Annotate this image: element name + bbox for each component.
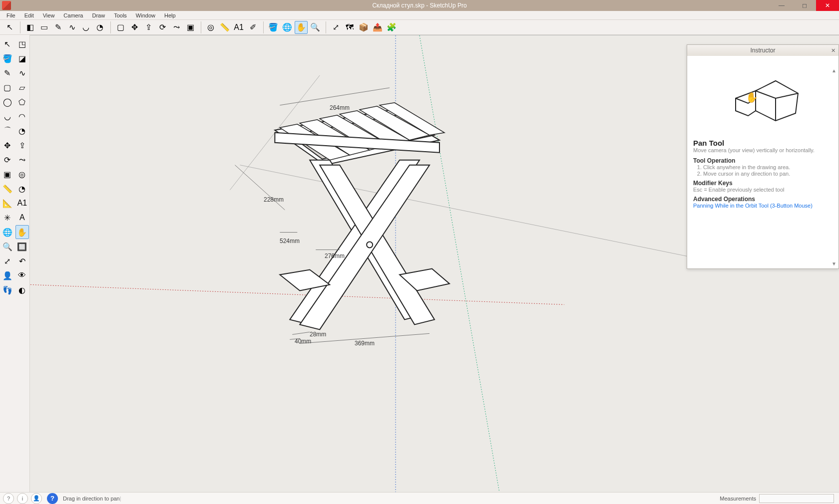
menu-help[interactable]: Help (160, 12, 180, 18)
window-title: Складной стул.skp - SketchUp Pro (372, 2, 466, 9)
followme2-icon[interactable]: ⤳ (15, 153, 29, 167)
zoomwin-icon[interactable]: 🔲 (15, 240, 29, 253)
rotate2-icon[interactable]: ⟳ (0, 153, 14, 167)
polygon-icon[interactable]: ⬠ (15, 95, 29, 109)
drawing-canvas[interactable]: 264mm 228mm 524mm 276mm 369mm 28mm 40mm … (30, 35, 839, 492)
close-button[interactable]: ✕ (816, 0, 839, 11)
status-btn-1[interactable]: ? (3, 493, 14, 504)
menu-edit[interactable]: Edit (20, 12, 38, 18)
instructor-adv-link[interactable]: Panning While in the Orbit Tool (3-Butto… (693, 203, 813, 209)
dimension-icon[interactable]: A1 (232, 21, 245, 34)
top-toolbar: ↖◧▭✎∿◡◔▢✥⇪⟳⤳▣◎📏A1✐🪣🌐✋🔍⤢🗺📦📤🧩 (0, 20, 839, 35)
pushpull-icon[interactable]: ⇪ (142, 21, 155, 34)
eraser-icon[interactable]: ◧ (23, 21, 36, 34)
instructor-op-header: Tool Operation (693, 157, 833, 164)
instructor-mod-text: Esc = Enable previously selected tool (693, 187, 833, 193)
zoom-extents-icon[interactable]: ⤢ (329, 21, 342, 34)
menu-window[interactable]: Window (131, 12, 160, 18)
freehand-icon[interactable]: ∿ (65, 21, 78, 34)
pushpull2-icon[interactable]: ⇪ (15, 138, 29, 152)
instructor-tool-desc: Move camera (your view) vertically or ho… (693, 147, 833, 153)
measurements-input[interactable] (759, 494, 834, 503)
instructor-header[interactable]: Instructor ✕ (687, 45, 839, 56)
orbit2-icon[interactable]: 🌐 (0, 225, 14, 239)
line2-icon[interactable]: ✎ (0, 66, 14, 80)
svg-line-26 (292, 332, 310, 334)
move-icon[interactable]: ✥ (128, 21, 141, 34)
dim-width-top: 264mm (330, 104, 350, 111)
dim-40: 40mm (295, 338, 311, 345)
section-icon[interactable]: ◐ (15, 283, 29, 297)
svg-line-22 (235, 165, 285, 210)
previous-icon[interactable]: ↶ (15, 254, 29, 268)
extension-icon[interactable]: 🧩 (385, 21, 398, 34)
rectangle-icon[interactable]: ▢ (114, 21, 127, 34)
rotate-icon[interactable]: ⟳ (156, 21, 169, 34)
menu-draw[interactable]: Draw (87, 12, 109, 18)
minimize-button[interactable]: — (770, 0, 793, 11)
scale-icon[interactable]: ▣ (184, 21, 197, 34)
freehand2-icon[interactable]: ∿ (15, 66, 29, 80)
dim-228: 228mm (264, 196, 284, 203)
eraser2-icon[interactable]: ◪ (15, 51, 29, 65)
status-btn-3[interactable]: 👤 (31, 493, 42, 504)
status-btn-2[interactable]: i (17, 493, 28, 504)
line-icon[interactable]: ✎ (51, 21, 64, 34)
getmodels-icon[interactable]: 📦 (357, 21, 370, 34)
select-arrow-icon[interactable]: ↖ (3, 21, 16, 34)
pan2-icon[interactable]: ✋ (15, 225, 29, 239)
select-icon[interactable]: ↖ (0, 37, 14, 51)
share-icon[interactable]: 📤 (371, 21, 384, 34)
edge-style-icon[interactable]: ▭ (37, 21, 50, 34)
protractor-icon[interactable]: ◔ (15, 182, 29, 196)
svg-line-1 (420, 35, 499, 492)
maximize-button[interactable]: ◻ (793, 0, 816, 11)
offset-icon[interactable]: ◎ (204, 21, 217, 34)
tape-icon[interactable]: 📏 (218, 21, 231, 34)
zoom-icon[interactable]: 🔍 (309, 21, 322, 34)
zoom2-icon[interactable]: 🔍 (0, 240, 14, 253)
text2-icon[interactable]: A1 (15, 196, 29, 210)
dim-276: 276mm (325, 252, 345, 259)
followme-icon[interactable]: ⤳ (170, 21, 183, 34)
zoomext2-icon[interactable]: ⤢ (0, 254, 14, 268)
circle-icon[interactable]: ◯ (0, 95, 14, 109)
instructor-close-button[interactable]: ✕ (829, 46, 838, 55)
walk-icon[interactable]: 👣 (0, 283, 14, 297)
svg-marker-28 (756, 81, 798, 121)
pan-icon[interactable]: ✋ (295, 21, 308, 34)
hint-icon: ? (47, 493, 58, 504)
menu-camera[interactable]: Camera (59, 12, 87, 18)
menu-file[interactable]: File (2, 12, 20, 18)
menu-tools[interactable]: Tools (109, 12, 131, 18)
threearc-icon[interactable]: ⌒ (0, 124, 14, 138)
paintbucket-icon[interactable]: 🪣 (0, 51, 14, 65)
scale2-icon[interactable]: ▣ (0, 167, 14, 181)
pie-icon[interactable]: ◔ (93, 21, 106, 34)
pie2-icon[interactable]: ◔ (15, 124, 29, 138)
scroll-down-icon[interactable]: ▼ (832, 261, 837, 266)
orbit-icon[interactable]: 🌐 (281, 21, 294, 34)
makecomp-icon[interactable]: ◳ (15, 37, 29, 51)
scroll-up-icon[interactable]: ▲ (832, 68, 837, 73)
axes-icon[interactable]: ✳ (0, 211, 14, 225)
svg-point-20 (367, 242, 373, 248)
menu-view[interactable]: View (38, 12, 59, 18)
rectangle2-icon[interactable]: ▢ (0, 80, 14, 94)
lookaround-icon[interactable]: 👁 (15, 268, 29, 282)
position-camera-icon[interactable]: 👤 (0, 268, 14, 282)
addlocation-icon[interactable]: 🗺 (343, 21, 356, 34)
arc2-icon[interactable]: ◡ (0, 109, 14, 123)
offset2-icon[interactable]: ◎ (15, 167, 29, 181)
tape2-icon[interactable]: 📏 (0, 182, 14, 196)
svg-line-21 (280, 88, 390, 105)
instructor-tool-name: Pan Tool (693, 139, 833, 147)
rotated-rect-icon[interactable]: ▱ (15, 80, 29, 94)
arc-icon[interactable]: ◡ (79, 21, 92, 34)
text-icon[interactable]: ✐ (246, 21, 259, 34)
twoarc-icon[interactable]: ◠ (15, 109, 29, 123)
paint-icon[interactable]: 🪣 (267, 21, 280, 34)
move2-icon[interactable]: ✥ (0, 138, 14, 152)
3dtext-icon[interactable]: A (15, 211, 29, 225)
dimension2-icon[interactable]: 📐 (0, 196, 14, 210)
